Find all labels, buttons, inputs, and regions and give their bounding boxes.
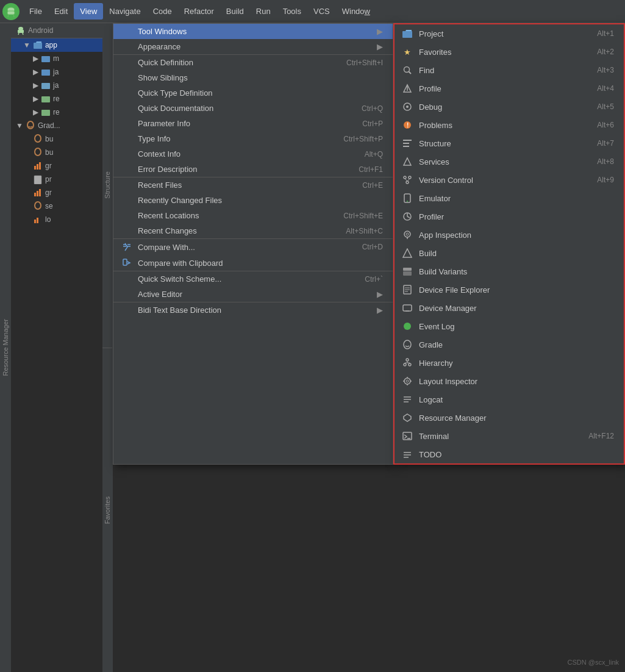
tree-re1[interactable]: ▶ re — [11, 92, 112, 105]
tw-build[interactable]: Build — [395, 244, 624, 262]
menu-edit[interactable]: Edit — [48, 3, 74, 20]
svg-marker-9 — [34, 41, 41, 43]
tw-problems[interactable]: ! Problems Alt+6 — [395, 116, 624, 134]
project-icon — [401, 27, 414, 40]
tw-hierarchy[interactable]: Hierarchy — [395, 354, 624, 372]
tw-layout-inspector[interactable]: Layout Inspector — [395, 372, 624, 390]
svg-text:!: ! — [407, 122, 409, 129]
tree-lo[interactable]: lo — [11, 213, 112, 226]
view-param-info[interactable]: Parameter Info Ctrl+P — [113, 116, 393, 131]
svg-line-2 — [8, 15, 9, 17]
view-type-info[interactable]: Type Info Ctrl+Shift+P — [113, 131, 393, 146]
view-show-siblings[interactable]: Show Siblings — [113, 70, 393, 85]
view-quick-definition[interactable]: Quick Definition Ctrl+Shift+I — [113, 55, 393, 70]
svg-rect-26 — [34, 220, 36, 223]
view-appearance[interactable]: Appearance ▶ — [113, 39, 393, 54]
tw-emulator[interactable]: Emulator — [395, 189, 624, 207]
view-quick-type[interactable]: Quick Type Definition — [113, 85, 393, 101]
tw-profiler[interactable]: Profiler — [395, 207, 624, 226]
tw-todo[interactable]: TODO — [395, 445, 624, 463]
tw-structure[interactable]: Structure Alt+7 — [395, 134, 624, 152]
tree-se[interactable]: se — [11, 199, 112, 213]
tw-project[interactable]: Project Alt+1 — [395, 24, 624, 43]
tw-services[interactable]: Services Alt+8 — [395, 152, 624, 171]
svg-rect-23 — [37, 191, 38, 196]
profile-icon — [401, 82, 414, 95]
menu-code[interactable]: Code — [147, 3, 178, 20]
view-compare-clipboard[interactable]: Compare with Clipboard — [113, 255, 393, 271]
svg-rect-19 — [37, 164, 38, 170]
svg-rect-10 — [41, 56, 50, 62]
tree-ja2[interactable]: ▶ ja — [11, 79, 112, 92]
view-recently-changed[interactable]: Recently Changed Files — [113, 193, 393, 208]
menu-vcs[interactable]: VCS — [307, 3, 336, 20]
logcat-icon — [401, 393, 414, 406]
tree-bu1[interactable]: bu — [11, 132, 112, 146]
dropdown-container: Tool Windows ▶ Appearance ▶ Quick Defini… — [113, 23, 625, 465]
view-recent-changes[interactable]: Recent Changes Alt+Shift+C — [113, 223, 393, 238]
tw-device-manager[interactable]: Device Manager — [395, 299, 624, 317]
tree-app[interactable]: ▼ app — [11, 38, 112, 52]
tree-ja1[interactable]: ▶ ja — [11, 65, 112, 79]
tw-favorites[interactable]: ★ Favorites Alt+2 — [395, 43, 624, 61]
view-bidi-text[interactable]: Bidi Text Base Direction ▶ — [113, 302, 393, 318]
tw-build-variants[interactable]: Build Variants — [395, 262, 624, 281]
svg-rect-1 — [7, 11, 15, 15]
svg-rect-33 — [402, 31, 412, 38]
arrow-icon2: ▶ — [377, 42, 383, 51]
tw-gradle[interactable]: Gradle — [395, 335, 624, 354]
svg-rect-59 — [403, 271, 412, 276]
compare2-icon — [121, 258, 133, 268]
view-context-info[interactable]: Context Info Alt+Q — [113, 146, 393, 162]
view-error-desc[interactable]: Error Description Ctrl+F1 — [113, 162, 393, 177]
android-tab[interactable]: Android — [11, 23, 112, 38]
tw-event-log[interactable]: Event Log — [395, 317, 624, 335]
menu-refactor[interactable]: Refactor — [178, 3, 220, 20]
svg-marker-34 — [402, 30, 412, 31]
tw-app-inspection[interactable]: App Inspection — [395, 226, 624, 244]
arrow-icon: ▶ — [377, 27, 383, 36]
menu-view[interactable]: View — [74, 3, 103, 20]
tree-re2[interactable]: ▶ re — [11, 105, 112, 119]
view-recent-files[interactable]: Recent Files Ctrl+E — [113, 177, 393, 193]
tree-gradle[interactable]: ▼ Grad... — [11, 119, 112, 132]
tree-m[interactable]: ▶ m — [11, 52, 112, 65]
tw-terminal[interactable]: Terminal Alt+F12 — [395, 427, 624, 445]
todo-icon — [401, 448, 414, 460]
svg-rect-11 — [41, 70, 50, 76]
view-quick-switch[interactable]: Quick Switch Scheme... Ctrl+` — [113, 271, 393, 287]
favorites-v-label[interactable]: Favorites — [102, 348, 112, 673]
tw-resource-manager[interactable]: Resource Manager — [395, 409, 624, 427]
menu-build[interactable]: Build — [220, 3, 250, 20]
view-active-editor[interactable]: Active Editor ▶ — [113, 287, 393, 302]
view-compare-with[interactable]: Compare With... Ctrl+D — [113, 239, 393, 255]
tree-gr2[interactable]: gr — [11, 186, 112, 199]
build-icon — [401, 247, 414, 259]
menu-navigate[interactable]: Navigate — [103, 3, 146, 20]
tw-logcat[interactable]: Logcat — [395, 390, 624, 409]
menu-run[interactable]: Run — [250, 3, 277, 20]
view-tool-windows[interactable]: Tool Windows ▶ — [113, 24, 393, 39]
tw-version-control[interactable]: Version Control Alt+9 — [395, 171, 624, 189]
structure-v-label[interactable]: Structure — [102, 23, 112, 348]
tree-bu2[interactable]: bu — [11, 146, 112, 159]
tw-debug[interactable]: Debug Alt+5 — [395, 98, 624, 116]
sidebar: Resource Manager Android ▼ app ▶ m ▶ ja — [0, 23, 113, 672]
tree-pr[interactable]: pr — [11, 173, 112, 186]
menu-file[interactable]: File — [23, 3, 48, 20]
svg-rect-8 — [34, 43, 42, 49]
tw-find[interactable]: Find Alt+3 — [395, 61, 624, 79]
tw-device-file-explorer[interactable]: Device File Explorer — [395, 281, 624, 299]
svg-point-67 — [404, 323, 411, 330]
tree-gr1[interactable]: gr — [11, 159, 112, 173]
menu-window[interactable]: Window — [336, 3, 376, 20]
menu-tools[interactable]: Tools — [277, 3, 307, 20]
view-quick-doc[interactable]: Quick Documentation Ctrl+Q — [113, 101, 393, 116]
svg-point-40 — [406, 105, 409, 108]
resource-manager-label[interactable]: Resource Manager — [2, 319, 9, 376]
tw-profile[interactable]: Profile Alt+4 — [395, 79, 624, 98]
svg-rect-22 — [34, 193, 36, 196]
svg-rect-65 — [403, 305, 412, 311]
view-recent-locations[interactable]: Recent Locations Ctrl+Shift+E — [113, 208, 393, 223]
services-icon — [401, 155, 414, 168]
